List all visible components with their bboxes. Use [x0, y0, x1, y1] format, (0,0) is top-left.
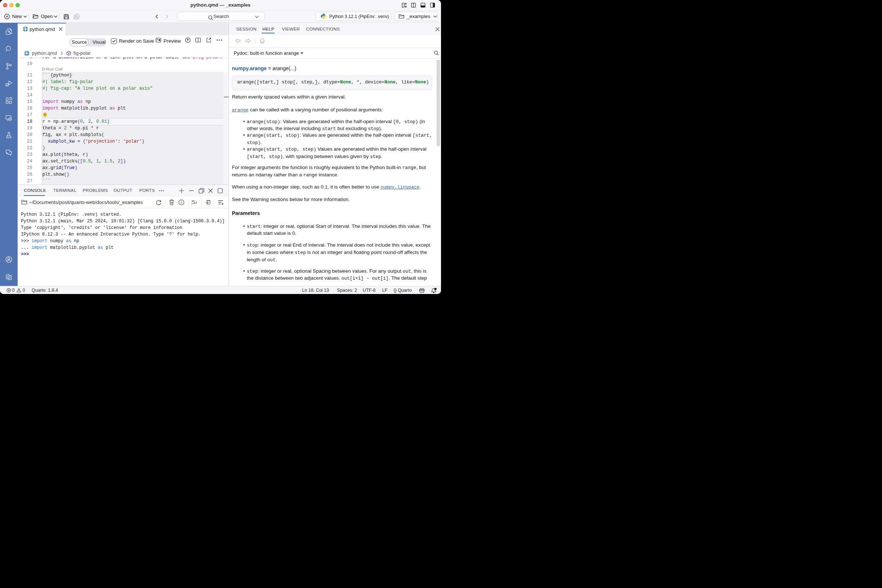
svg-text:c: c — [192, 202, 193, 205]
